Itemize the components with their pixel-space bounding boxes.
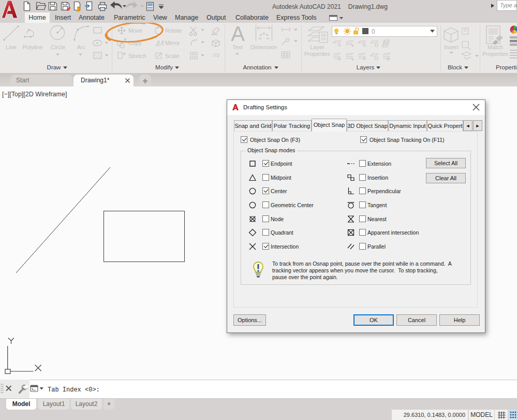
svg-text:Annotation: Annotation (243, 64, 272, 70)
svg-text:Polyline: Polyline (23, 44, 43, 50)
svg-text:Draw: Draw (47, 64, 62, 70)
svg-text:Stretch: Stretch (128, 53, 146, 59)
svg-text:Properties: Properties (496, 64, 517, 70)
svg-text:Arc: Arc (77, 44, 86, 50)
svg-text:Modify: Modify (155, 64, 173, 70)
svg-text:Properties: Properties (304, 51, 331, 57)
svg-text:Move: Move (128, 27, 142, 34)
svg-text:Dimension: Dimension (250, 44, 277, 50)
svg-text:Line: Line (6, 44, 17, 50)
svg-text:Scale: Scale (165, 53, 180, 59)
svg-text:Rotate: Rotate (165, 27, 182, 34)
svg-text:Insert: Insert (444, 44, 459, 50)
svg-text:0: 0 (372, 28, 375, 35)
svg-text:A: A (231, 23, 245, 45)
svg-text:Layer: Layer (310, 44, 324, 50)
svg-text:Mirror: Mirror (165, 40, 180, 46)
svg-text:Block: Block (448, 64, 462, 70)
svg-text:Circle: Circle (51, 44, 65, 50)
svg-text:Match: Match (488, 44, 503, 50)
svg-text:Properties: Properties (482, 51, 509, 57)
svg-text:Layers: Layers (357, 64, 375, 70)
